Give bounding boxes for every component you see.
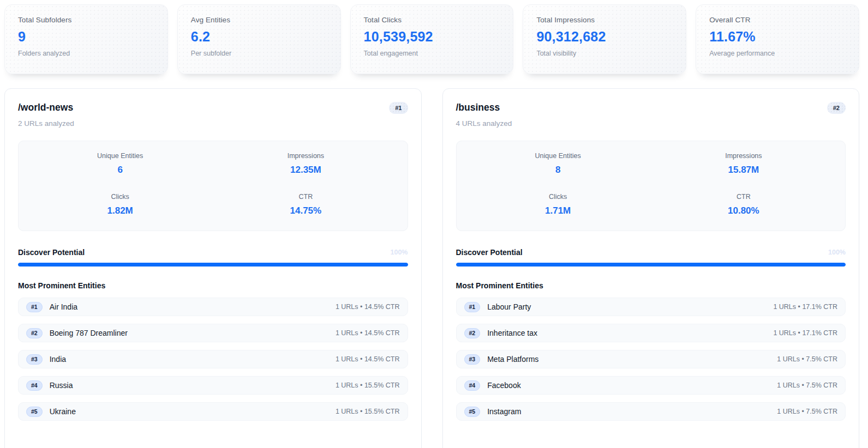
stat-value: 10,539,592 [364, 29, 500, 45]
subfolder-analysis-page: Total Subfolders 9 Folders analyzed Avg … [0, 0, 864, 448]
folder-urls-analyzed: 4 URLs analyzed [456, 119, 512, 128]
stat-value: 9 [18, 29, 154, 45]
folder-cards-row: /world-news 2 URLs analyzed #1 Unique En… [4, 88, 859, 448]
folder-stats-box: Unique Entities 8 Impressions 15.87M Cli… [456, 141, 846, 231]
entity-name: Boeing 787 Dreamliner [50, 329, 128, 337]
stat-label: Clicks [27, 193, 213, 201]
entity-rank-badge: #5 [26, 407, 43, 417]
stat-clicks: Clicks 1.71M [465, 193, 651, 216]
discover-potential-value: 100% [391, 249, 408, 256]
entity-rank-badge: #4 [464, 380, 481, 391]
stat-value: 14.75% [213, 205, 398, 216]
entity-row[interactable]: #2 Inheritance tax 1 URLs • 17.1% CTR [456, 324, 846, 342]
folder-rank-badge: #2 [827, 102, 846, 114]
entity-name: Facebook [487, 381, 520, 390]
entity-meta: 1 URLs • 7.5% CTR [777, 408, 837, 415]
entity-name: Labour Party [487, 302, 531, 311]
entity-row[interactable]: #5 Instagram 1 URLs • 7.5% CTR [456, 402, 846, 421]
stat-value: 1.82M [27, 205, 213, 216]
entity-name: Instagram [487, 407, 521, 416]
folder-stats-box: Unique Entities 6 Impressions 12.35M Cli… [18, 141, 408, 231]
summary-card-total-impressions: Total Impressions 90,312,682 Total visib… [523, 4, 686, 74]
stat-label: Impressions [213, 152, 398, 160]
entity-row[interactable]: #2 Boeing 787 Dreamliner 1 URLs • 14.5% … [18, 324, 408, 342]
discover-potential-progressbar [456, 263, 846, 267]
stat-label: Unique Entities [27, 152, 213, 160]
discover-potential-section: Discover Potential 100% [18, 248, 408, 267]
stat-unique-entities: Unique Entities 8 [465, 152, 651, 175]
discover-potential-label: Discover Potential [18, 248, 85, 257]
stat-label: Clicks [465, 193, 651, 201]
entity-meta: 1 URLs • 14.5% CTR [336, 355, 400, 363]
entity-row[interactable]: #4 Russia 1 URLs • 15.5% CTR [18, 376, 408, 395]
discover-potential-value: 100% [828, 249, 846, 256]
stat-value: 15.87M [651, 165, 836, 175]
entity-meta: 1 URLs • 14.5% CTR [336, 329, 400, 337]
entity-rank-badge: #3 [26, 354, 43, 365]
stat-value: 12.35M [213, 165, 398, 175]
discover-potential-section: Discover Potential 100% [456, 248, 846, 267]
discover-potential-progressbar [18, 263, 408, 267]
entity-meta: 1 URLs • 7.5% CTR [777, 355, 837, 363]
entity-row[interactable]: #3 Meta Platforms 1 URLs • 7.5% CTR [456, 350, 846, 368]
stat-ctr: CTR 10.80% [651, 193, 836, 216]
stat-label: Unique Entities [465, 152, 651, 160]
stat-sublabel: Folders analyzed [18, 50, 154, 57]
discover-potential-label: Discover Potential [456, 248, 523, 257]
entity-rank-badge: #3 [464, 354, 481, 365]
entity-row[interactable]: #5 Ukraine 1 URLs • 15.5% CTR [18, 402, 408, 421]
stat-clicks: Clicks 1.82M [27, 193, 213, 216]
summary-card-avg-entities: Avg Entities 6.2 Per subfolder [177, 4, 341, 74]
stat-sublabel: Total engagement [364, 50, 500, 57]
stat-label: Total Subfolders [18, 16, 154, 24]
entity-meta: 1 URLs • 17.1% CTR [773, 303, 837, 311]
entity-meta: 1 URLs • 15.5% CTR [336, 382, 400, 389]
stat-value: 10.80% [651, 205, 836, 216]
entity-row[interactable]: #3 India 1 URLs • 14.5% CTR [18, 350, 408, 368]
entity-meta: 1 URLs • 17.1% CTR [773, 329, 837, 337]
entity-name: Russia [50, 381, 73, 390]
entity-meta: 1 URLs • 7.5% CTR [777, 382, 837, 389]
stat-value: 90,312,682 [536, 29, 673, 45]
stat-label: Overall CTR [709, 16, 846, 24]
entity-name: Meta Platforms [487, 355, 538, 364]
stat-label: CTR [651, 193, 836, 201]
stat-impressions: Impressions 15.87M [651, 152, 836, 175]
folder-card-business: /business 4 URLs analyzed #2 Unique Enti… [442, 88, 860, 448]
entity-rank-badge: #5 [464, 407, 481, 417]
entity-name: India [50, 355, 66, 364]
progress-fill [18, 263, 408, 267]
summary-card-total-subfolders: Total Subfolders 9 Folders analyzed [4, 4, 168, 74]
stat-ctr: CTR 14.75% [213, 193, 398, 216]
entity-rank-badge: #1 [26, 302, 43, 312]
entity-row[interactable]: #1 Air India 1 URLs • 14.5% CTR [18, 298, 408, 316]
entity-name: Air India [50, 302, 77, 311]
stat-sublabel: Average performance [709, 50, 846, 57]
folder-title: /world-news [18, 102, 74, 113]
entity-row[interactable]: #4 Facebook 1 URLs • 7.5% CTR [456, 376, 846, 395]
stat-label: Total Clicks [364, 16, 500, 24]
folder-card-header: /world-news 2 URLs analyzed #1 [18, 102, 408, 128]
stat-label: Avg Entities [191, 16, 327, 24]
folder-card-world-news: /world-news 2 URLs analyzed #1 Unique En… [4, 88, 422, 448]
entity-meta: 1 URLs • 14.5% CTR [336, 303, 400, 311]
summary-card-total-clicks: Total Clicks 10,539,592 Total engagement [350, 4, 514, 74]
stat-label: Total Impressions [536, 16, 673, 24]
summary-card-overall-ctr: Overall CTR 11.67% Average performance [696, 4, 859, 74]
entity-rank-badge: #2 [26, 328, 43, 338]
entity-name: Ukraine [50, 407, 76, 416]
summary-cards-row: Total Subfolders 9 Folders analyzed Avg … [4, 4, 859, 74]
stat-value: 8 [465, 165, 651, 175]
progress-fill [456, 263, 846, 267]
entities-heading: Most Prominent Entities [18, 281, 408, 290]
stat-impressions: Impressions 12.35M [213, 152, 398, 175]
stat-sublabel: Total visibility [536, 50, 673, 57]
folder-rank-badge: #1 [389, 102, 408, 114]
entity-name: Inheritance tax [487, 329, 537, 337]
folder-title: /business [456, 102, 512, 113]
folder-card-header: /business 4 URLs analyzed #2 [456, 102, 846, 128]
entity-row[interactable]: #1 Labour Party 1 URLs • 17.1% CTR [456, 298, 846, 316]
stat-value: 6 [27, 165, 213, 175]
entities-heading: Most Prominent Entities [456, 281, 846, 290]
entity-rank-badge: #2 [464, 328, 481, 338]
